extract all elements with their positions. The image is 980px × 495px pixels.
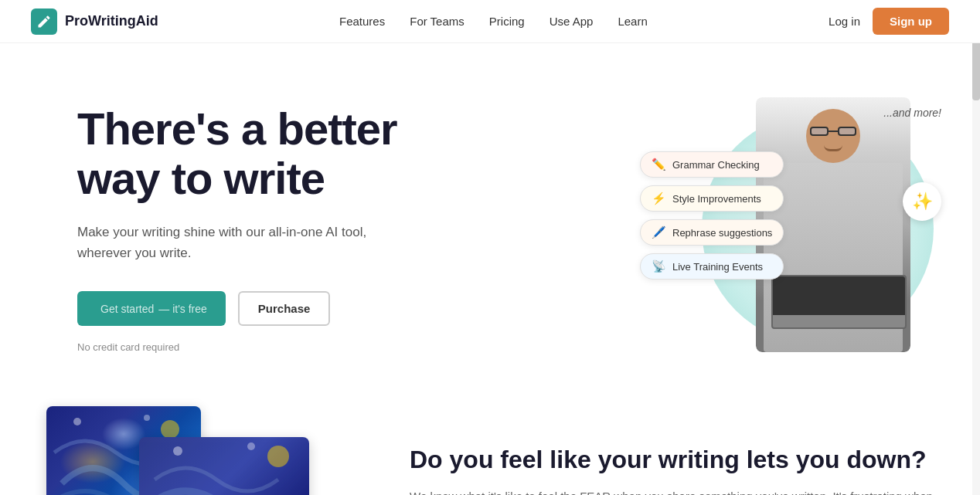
svg-point-3 <box>267 446 289 467</box>
scrollbar-track[interactable] <box>972 0 980 495</box>
style-icon: ⚡ <box>652 192 666 205</box>
section2-title: Do you feel like your writing lets you d… <box>410 445 949 474</box>
login-button[interactable]: Log in <box>829 15 860 28</box>
hero-title: There's a better way to write <box>77 104 402 203</box>
get-started-button[interactable]: Get started— it's free <box>77 291 226 326</box>
section2: My idea in my head Do you feel like your… <box>0 398 980 495</box>
feature-pill-rephrase: 🖊️ Rephrase suggestions <box>640 219 784 246</box>
feature-pill-training: 📡 Live Training Events <box>640 253 784 280</box>
training-label: Live Training Events <box>672 261 763 273</box>
nav-links: Features For Teams Pricing Use App Learn <box>339 15 648 28</box>
style-label: Style Improvements <box>672 193 761 205</box>
grammar-icon: ✏️ <box>652 158 666 171</box>
and-more-label: ...and more! <box>883 107 941 119</box>
section2-text: We know what it's like to feel the FEAR … <box>410 487 949 495</box>
hero-content: There's a better way to write Make your … <box>77 104 402 353</box>
purchase-button[interactable]: Purchase <box>238 291 331 326</box>
rephrase-icon: 🖊️ <box>652 225 666 239</box>
svg-point-1 <box>73 418 81 425</box>
nav-link-use-app[interactable]: Use App <box>550 15 594 28</box>
no-credit-card-text: No credit card required <box>77 341 402 353</box>
grammar-label: Grammar Checking <box>672 159 760 171</box>
hero-illustration: ...and more! <box>640 90 949 368</box>
starry-night-card-2 <box>139 437 309 495</box>
nav-link-pricing[interactable]: Pricing <box>489 15 525 28</box>
hero-subtitle: Make your writing shine with our all-in-… <box>77 222 402 263</box>
swirl-svg-2 <box>139 437 309 495</box>
logo-svg <box>36 14 52 29</box>
hero-buttons: Get started— it's free Purchase <box>77 291 402 326</box>
nav-actions: Log in Sign up <box>829 8 949 35</box>
logo-link[interactable]: ProWritingAid <box>31 8 158 35</box>
svg-point-5 <box>247 442 255 450</box>
feature-pills-container: ✏️ Grammar Checking ⚡ Style Improvements… <box>640 151 784 280</box>
nav-link-features[interactable]: Features <box>339 15 385 28</box>
nav-link-for-teams[interactable]: For Teams <box>410 15 464 28</box>
logo-icon <box>31 8 57 35</box>
navbar: ProWritingAid Features For Teams Pricing… <box>0 0 980 43</box>
hero-section: There's a better way to write Make your … <box>0 43 980 398</box>
feature-pill-grammar: ✏️ Grammar Checking <box>640 151 784 178</box>
svg-point-4 <box>173 446 182 456</box>
signup-button[interactable]: Sign up <box>873 8 949 35</box>
section2-content: Do you feel like your writing lets you d… <box>410 398 949 495</box>
section2-illustration: My idea in my head <box>31 398 363 495</box>
logo-text: ProWritingAid <box>65 13 158 29</box>
nav-link-learn[interactable]: Learn <box>618 15 647 28</box>
svg-point-2 <box>144 415 150 421</box>
feature-pill-style: ⚡ Style Improvements <box>640 185 784 212</box>
training-icon: 📡 <box>652 259 666 273</box>
rephrase-label: Rephrase suggestions <box>672 227 772 239</box>
svg-point-0 <box>161 420 179 439</box>
hero-laptop-icon: ✨ <box>903 182 941 221</box>
